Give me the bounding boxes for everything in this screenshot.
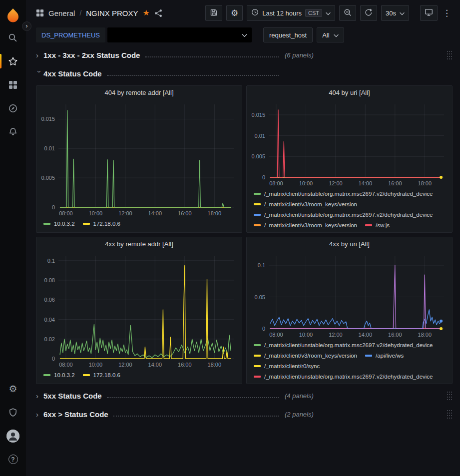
svg-text:10:00: 10:00 xyxy=(89,210,103,216)
row-panel-count: (6 panels) xyxy=(285,51,314,59)
legend-item[interactable]: /_matrix/client/v3/room_keys/version xyxy=(254,200,357,209)
legend-item[interactable]: 10.0.3.2 xyxy=(43,219,75,228)
compass-icon xyxy=(8,103,18,113)
svg-text:10:00: 10:00 xyxy=(299,332,313,338)
grafana-app: ⚙ ? › General / NGINX PROX xyxy=(0,0,460,476)
tv-mode-button[interactable] xyxy=(420,5,438,21)
svg-text:0.1: 0.1 xyxy=(258,262,265,268)
panel-legend: /_matrix/client/unstable/org.matrix.msc2… xyxy=(247,188,452,232)
legend-series-label: 10.0.3.2 xyxy=(54,219,75,228)
svg-text:16:00: 16:00 xyxy=(388,180,402,186)
panel-4xx-by-uri: 4xx by uri [All] 00.050.108:0010:0012:00… xyxy=(246,237,453,384)
gear-icon: ⚙ xyxy=(231,9,238,17)
time-range-picker[interactable]: Last 12 hours CST xyxy=(247,5,335,21)
chevron-right-icon: › xyxy=(36,392,43,400)
legend-item[interactable]: 10.0.3.2 xyxy=(43,371,75,380)
nav-sidebar: ⚙ ? xyxy=(0,0,26,476)
row-header-left: › 1xx - 3xx - 2xx Status Code xyxy=(36,51,279,59)
svg-text:18:00: 18:00 xyxy=(208,362,222,368)
panel-title[interactable]: 4xx by remote addr [All] xyxy=(36,237,242,251)
request-host-variable-select[interactable]: All xyxy=(317,27,344,42)
panel-chart[interactable]: 00.050.108:0010:0012:0014:0016:0018:00 xyxy=(247,251,452,340)
panel-chart[interactable]: 00.020.040.060.080.108:0010:0012:0014:00… xyxy=(36,251,242,370)
zoom-out-time-button[interactable] xyxy=(339,5,356,21)
row-header-5xx[interactable]: › 5xx Status Code (4 panels) xyxy=(36,389,453,403)
sidebar-item-dashboards[interactable] xyxy=(0,73,26,96)
legend-item[interactable]: /_matrix/client/r0/sync xyxy=(254,362,320,371)
svg-text:0: 0 xyxy=(52,356,55,362)
panel-chart[interactable]: 00.0050.010.01508:0010:0012:0014:0016:00… xyxy=(36,99,242,218)
refresh-icon xyxy=(365,8,373,18)
sidebar-item-help[interactable]: ? xyxy=(0,448,26,471)
datasource-variable-select[interactable] xyxy=(107,27,252,42)
refresh-interval-picker[interactable]: 30s xyxy=(381,5,409,21)
sidebar-item-profile[interactable] xyxy=(0,424,26,448)
panel-title[interactable]: 404 by uri [All] xyxy=(247,86,452,99)
row-header-1xx-3xx-2xx[interactable]: › 1xx - 3xx - 2xx Status Code (6 panels) xyxy=(36,48,453,62)
panel-grid: 404 by remote addr [All] 00.0050.010.015… xyxy=(36,85,453,384)
main-area: General / NGINX PROXY ★ ⚙ xyxy=(26,0,460,476)
legend-item[interactable]: /_matrix/client/v3/room_keys/version xyxy=(254,221,357,230)
row-title: 4xx Status Code xyxy=(43,69,102,78)
row-title: 6xx > Status Code xyxy=(43,410,108,419)
legend-item[interactable]: /_matrix/client/unstable/org.matrix.msc2… xyxy=(254,189,433,198)
svg-text:14:00: 14:00 xyxy=(359,180,373,186)
row-drag-handle[interactable] xyxy=(447,409,453,419)
legend-series-label: /_matrix/client/v3/room_keys/version xyxy=(264,200,357,209)
legend-item[interactable]: 172.18.0.6 xyxy=(83,219,120,228)
legend-item[interactable]: /_matrix/client/v3/room_keys/version xyxy=(254,351,357,360)
sidebar-item-configuration[interactable]: ⚙ xyxy=(0,377,26,401)
legend-item[interactable]: /api/live/ws xyxy=(365,351,404,360)
panel-title[interactable]: 4xx by uri [All] xyxy=(247,237,452,251)
legend-series-label: /api/live/ws xyxy=(376,351,404,360)
legend-item[interactable]: /sw.js xyxy=(365,221,390,230)
time-range-label: Last 12 hours xyxy=(262,9,302,17)
legend-item[interactable]: /_matrix/client/unstable/org.matrix.msc2… xyxy=(254,372,433,381)
row-header-left: › 6xx > Status Code xyxy=(36,410,279,419)
sidebar-item-search[interactable] xyxy=(0,26,26,49)
legend-series-swatch xyxy=(365,355,372,357)
svg-text:16:00: 16:00 xyxy=(388,332,402,338)
sidebar-item-explore[interactable] xyxy=(0,96,26,120)
row-drag-handle[interactable] xyxy=(447,391,453,401)
sidebar-item-starred[interactable] xyxy=(0,49,26,73)
share-icon[interactable] xyxy=(154,9,163,17)
legend-series-swatch xyxy=(254,355,261,357)
sidebar-item-server-admin[interactable] xyxy=(0,401,26,424)
request-host-variable-label: request_host xyxy=(263,27,313,42)
row-dotted-leader xyxy=(113,412,279,417)
save-dashboard-button[interactable] xyxy=(205,5,222,21)
chevron-down-icon xyxy=(334,31,339,39)
panel-chart[interactable]: 00.0050.010.01508:0010:0012:0014:0016:00… xyxy=(247,99,452,188)
legend-series-label: /_matrix/client/v3/room_keys/version xyxy=(264,351,357,360)
sidebar-expand-toggle[interactable]: › xyxy=(22,21,31,31)
row-header-4xx[interactable]: › 4xx Status Code xyxy=(36,66,453,80)
row-header-6xx[interactable]: › 6xx > Status Code (2 panels) xyxy=(36,407,453,421)
legend-series-label: /_matrix/client/unstable/org.matrix.msc2… xyxy=(264,372,433,381)
legend-item[interactable]: /_matrix/client/unstable/org.matrix.msc2… xyxy=(254,341,433,350)
grafana-logo-icon[interactable] xyxy=(0,4,26,26)
legend-item[interactable]: 172.18.0.6 xyxy=(83,371,120,380)
refresh-button[interactable] xyxy=(360,5,377,21)
panel-legend: 10.0.3.2172.18.0.6 xyxy=(36,218,242,232)
panel-title[interactable]: 404 by remote addr [All] xyxy=(36,86,242,99)
legend-series-swatch xyxy=(43,374,50,376)
shield-icon xyxy=(8,408,18,418)
row-header-left: › 5xx Status Code xyxy=(36,392,279,400)
more-options-button[interactable]: ⋮ xyxy=(442,5,452,21)
sidebar-item-alerting[interactable] xyxy=(0,120,26,143)
breadcrumb-dashboard-title[interactable]: NGINX PROXY xyxy=(86,9,138,17)
svg-text:08:00: 08:00 xyxy=(269,180,283,186)
favorite-star-icon[interactable]: ★ xyxy=(142,9,149,17)
legend-series-label: 172.18.0.6 xyxy=(93,371,120,380)
breadcrumb-folder[interactable]: General xyxy=(48,9,75,17)
gear-icon: ⚙ xyxy=(8,384,17,394)
dashboard-content: › 1xx - 3xx - 2xx Status Code (6 panels)… xyxy=(26,44,460,476)
dashboard-settings-button[interactable]: ⚙ xyxy=(226,5,243,21)
legend-item[interactable]: /_matrix/client/unstable/org.matrix.msc2… xyxy=(254,210,433,219)
svg-text:14:00: 14:00 xyxy=(359,332,373,338)
star-icon xyxy=(8,56,18,66)
legend-series-label: /_matrix/client/unstable/org.matrix.msc2… xyxy=(264,341,433,350)
panel-legend: /_matrix/client/unstable/org.matrix.msc2… xyxy=(247,340,452,384)
row-drag-handle[interactable] xyxy=(447,50,453,60)
